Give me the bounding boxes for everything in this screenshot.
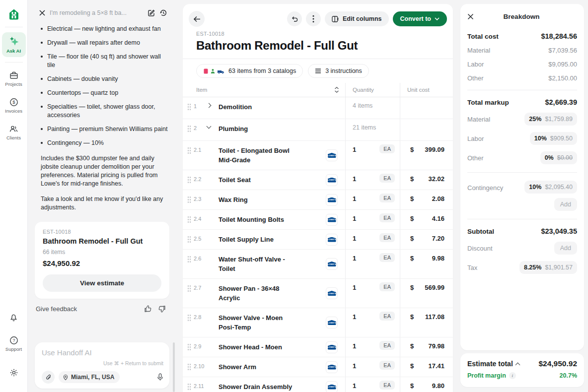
- instructions-pill[interactable]: 3 instructions: [308, 64, 369, 78]
- notifications-bell-icon[interactable]: [4, 309, 24, 326]
- quantity-value[interactable]: 1: [353, 362, 356, 370]
- sidebar-item-clients[interactable]: Clients: [2, 121, 26, 144]
- quantity-value[interactable]: 1: [353, 215, 356, 222]
- gear-icon[interactable]: [4, 364, 24, 381]
- unit-chip[interactable]: EA: [379, 361, 395, 370]
- contingency-pill[interactable]: 10% $2,095.40: [524, 181, 577, 194]
- item-name[interactable]: Wax Ring: [219, 195, 248, 209]
- unit-chip[interactable]: EA: [379, 253, 395, 262]
- unit-cost-value[interactable]: 7.20: [432, 235, 444, 242]
- group-row[interactable]: 1 Demolition 4 items: [183, 97, 453, 119]
- chevron-right-icon[interactable]: [202, 102, 215, 107]
- sidebar-item-support[interactable]: ? Support: [2, 332, 26, 355]
- item-name[interactable]: Shower Head - Moen: [219, 342, 282, 357]
- item-name[interactable]: Shower Arm: [219, 362, 256, 377]
- unit-chip[interactable]: EA: [379, 341, 395, 350]
- markup-pill[interactable]: 25% $1,759.89: [524, 113, 577, 126]
- markup-pill[interactable]: 0% $0.00: [540, 151, 577, 164]
- drag-handle-icon[interactable]: [187, 236, 191, 243]
- unit-cost-value[interactable]: 2.08: [432, 195, 444, 202]
- drag-handle-icon[interactable]: [187, 383, 191, 390]
- unit-cost-value[interactable]: 4.16: [432, 215, 444, 222]
- contingency-add-button[interactable]: Add: [554, 198, 577, 211]
- lowes-catalog-icon[interactable]: LOWE’S: [326, 287, 338, 299]
- item-name[interactable]: Plumbing: [219, 124, 248, 138]
- convert-to-button[interactable]: Convert to: [393, 11, 447, 26]
- table-row[interactable]: 2.4 Toilet Mounting Bolts LOWE’S 1EA $4.…: [183, 210, 453, 230]
- lowes-catalog-icon[interactable]: LOWE’S: [326, 174, 338, 186]
- catalogs-pill[interactable]: 63 items from 3 catalogs: [196, 64, 303, 78]
- edit-columns-button[interactable]: Edit columns: [325, 11, 388, 26]
- lowes-catalog-icon[interactable]: LOWE’S: [326, 381, 338, 392]
- markup-pill[interactable]: 10% $909.50: [530, 132, 577, 145]
- chat-input[interactable]: [42, 348, 163, 357]
- drag-handle-icon[interactable]: [187, 103, 191, 110]
- table-row[interactable]: 2.10 Shower Arm LOWE’S 1EA $17.41: [183, 357, 453, 377]
- quantity-value[interactable]: 1: [353, 342, 356, 350]
- lowes-catalog-icon[interactable]: LOWE’S: [326, 149, 338, 161]
- estimate-summary-card[interactable]: EST-10018 Bathroom Remodel - Full Gut 66…: [35, 222, 169, 299]
- table-row[interactable]: 2.8 Shower Valve - Moen Posi-Temp LOWE’S…: [183, 308, 453, 337]
- unit-cost-value[interactable]: 399.09: [425, 146, 444, 153]
- unit-cost-value[interactable]: 17.41: [428, 362, 444, 370]
- view-estimate-button[interactable]: View estimate: [43, 274, 161, 292]
- history-icon[interactable]: [159, 9, 167, 17]
- unit-chip[interactable]: EA: [379, 144, 395, 153]
- unit-chip[interactable]: EA: [379, 213, 395, 222]
- quantity-value[interactable]: 1: [353, 313, 356, 321]
- drag-handle-icon[interactable]: [187, 125, 191, 132]
- drag-handle-icon[interactable]: [187, 196, 191, 203]
- unit-chip[interactable]: EA: [379, 312, 395, 321]
- close-icon[interactable]: [39, 9, 46, 16]
- unit-chip[interactable]: EA: [379, 282, 395, 291]
- item-name[interactable]: Shower Pan - 36×48 Acrylic: [219, 284, 298, 308]
- collapse-all-icon[interactable]: [334, 87, 339, 93]
- item-name[interactable]: Shower Valve - Moen Posi-Temp: [219, 313, 298, 337]
- lowes-catalog-icon[interactable]: LOWE’S: [326, 194, 338, 206]
- chevron-down-icon[interactable]: [202, 124, 215, 128]
- item-name[interactable]: Toilet - Elongated Bowl Mid-Grade: [219, 146, 298, 170]
- unit-chip[interactable]: EA: [379, 233, 395, 242]
- item-name[interactable]: Toilet Seat: [219, 175, 251, 190]
- unit-cost-value[interactable]: 9.98: [432, 255, 444, 262]
- lowes-catalog-icon[interactable]: LOWE’S: [326, 214, 338, 226]
- undo-button[interactable]: [287, 11, 302, 26]
- table-row[interactable]: 2.6 Water Shut-off Valve - Toilet LOWE’S…: [183, 250, 453, 279]
- conversation-title[interactable]: I'm remodeling a 5×8 ft ba...: [50, 9, 144, 16]
- table-row[interactable]: 2.11 Shower Drain Assembly LOWE’S 1EA $9…: [183, 377, 453, 392]
- thumbs-up-icon[interactable]: [144, 305, 152, 313]
- drag-handle-icon[interactable]: [187, 314, 191, 321]
- unit-cost-value[interactable]: 117.08: [425, 313, 444, 321]
- estimate-total-toggle[interactable]: Estimate total: [467, 360, 519, 368]
- drag-handle-icon[interactable]: [187, 285, 191, 292]
- unit-chip[interactable]: EA: [379, 194, 395, 202]
- unit-chip[interactable]: EA: [379, 174, 395, 183]
- quantity-value[interactable]: 1: [353, 382, 356, 390]
- lowes-catalog-icon[interactable]: LOWE’S: [326, 317, 338, 328]
- unit-cost-value[interactable]: 79.98: [428, 342, 444, 350]
- quantity-value[interactable]: 1: [353, 235, 356, 242]
- item-name[interactable]: Toilet Supply Line: [219, 235, 274, 249]
- drag-handle-icon[interactable]: [187, 216, 191, 223]
- attachment-button[interactable]: [42, 371, 55, 384]
- quantity-value[interactable]: 1: [353, 195, 356, 202]
- table-row[interactable]: 2.5 Toilet Supply Line LOWE’S 1EA $7.20: [183, 230, 453, 250]
- item-name[interactable]: Toilet Mounting Bolts: [219, 215, 284, 229]
- drag-handle-icon[interactable]: [187, 147, 191, 154]
- thumbs-down-icon[interactable]: [158, 305, 166, 313]
- lowes-catalog-icon[interactable]: LOWE’S: [326, 361, 338, 373]
- handoff-logo[interactable]: [7, 8, 20, 21]
- drag-handle-icon[interactable]: [187, 256, 191, 262]
- unit-chip[interactable]: EA: [379, 381, 395, 390]
- drag-handle-icon[interactable]: [187, 363, 191, 370]
- chat-scrollbar[interactable]: [173, 342, 175, 392]
- drag-handle-icon[interactable]: [187, 176, 191, 183]
- item-name[interactable]: Shower Drain Assembly: [219, 382, 292, 392]
- table-row[interactable]: 2.3 Wax Ring LOWE’S 1EA $2.08: [183, 190, 453, 210]
- microphone-icon[interactable]: [157, 373, 163, 381]
- sidebar-item-projects[interactable]: Projects: [2, 67, 26, 90]
- table-row[interactable]: 2.7 Shower Pan - 36×48 Acrylic LOWE’S 1E…: [183, 279, 453, 308]
- quantity-value[interactable]: 1: [353, 284, 356, 291]
- sidebar-item-invoices[interactable]: $ Invoices: [2, 94, 26, 117]
- table-row[interactable]: 2.2 Toilet Seat LOWE’S 1EA $32.02: [183, 170, 453, 190]
